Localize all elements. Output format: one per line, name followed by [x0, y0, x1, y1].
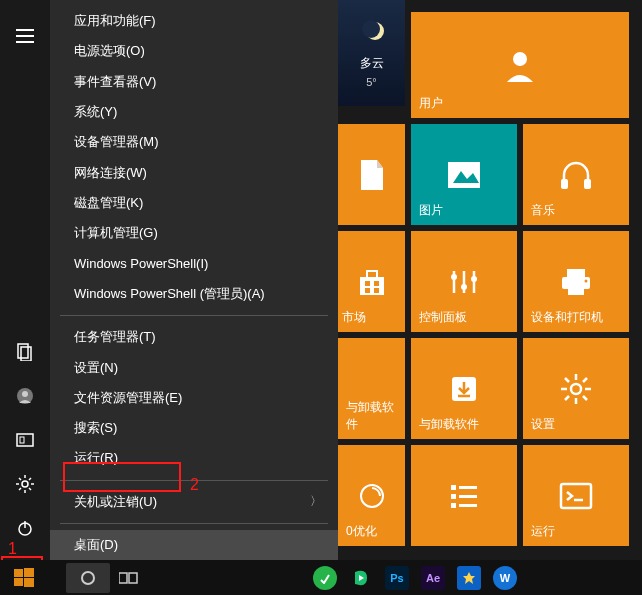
menu-network-connections[interactable]: 网络连接(W) [50, 158, 338, 188]
tile-control-panel[interactable]: 控制面板 [411, 231, 517, 332]
svg-rect-57 [451, 494, 456, 499]
taskbar-app-star[interactable] [452, 563, 486, 593]
svg-point-67 [82, 572, 94, 584]
svg-rect-4 [21, 347, 31, 361]
menu-device-manager[interactable]: 设备管理器(M) [50, 127, 338, 157]
taskbar-app-photoshop[interactable]: Ps [380, 563, 414, 593]
menu-search[interactable]: 搜索(S) [50, 413, 338, 443]
svg-rect-56 [459, 486, 477, 489]
svg-point-22 [513, 52, 527, 66]
svg-line-15 [29, 488, 31, 490]
menu-run[interactable]: 运行(R) [50, 443, 338, 473]
person-icon [501, 12, 539, 118]
svg-rect-69 [129, 573, 137, 583]
start-button[interactable] [4, 560, 44, 595]
svg-rect-30 [374, 281, 379, 286]
svg-line-53 [583, 378, 587, 382]
picture-icon [447, 124, 481, 225]
menu-separator [60, 523, 328, 524]
tile-partial-doc[interactable] [338, 124, 405, 225]
menu-powershell-admin[interactable]: Windows PowerShell (管理员)(A) [50, 279, 338, 309]
menu-separator [60, 315, 328, 316]
svg-point-9 [22, 481, 28, 487]
chevron-right-icon: 〉 [310, 493, 322, 510]
svg-rect-41 [568, 287, 584, 295]
svg-point-42 [585, 279, 588, 282]
start-tiles-area: 多云 5° 用户 图片 音乐 [338, 0, 642, 560]
svg-rect-66 [24, 578, 34, 587]
menu-powershell[interactable]: Windows PowerShell(I) [50, 249, 338, 279]
menu-disk-management[interactable]: 磁盘管理(K) [50, 188, 338, 218]
settings-rail-icon[interactable] [0, 462, 50, 506]
svg-line-17 [29, 478, 31, 480]
menu-system[interactable]: 系统(Y) [50, 97, 338, 127]
start-left-rail [0, 0, 50, 560]
svg-rect-32 [374, 288, 379, 293]
list-icon [449, 445, 479, 546]
menu-apps-features[interactable]: 应用和功能(F) [50, 6, 338, 36]
svg-rect-26 [584, 179, 591, 189]
svg-rect-55 [451, 485, 456, 490]
menu-event-viewer[interactable]: 事件查看器(V) [50, 67, 338, 97]
tile-partial-store[interactable]: 市场 [338, 231, 405, 332]
headphones-icon [558, 124, 594, 225]
svg-point-38 [471, 276, 477, 282]
svg-rect-7 [17, 434, 33, 446]
power-rail-icon[interactable] [0, 506, 50, 550]
svg-marker-71 [463, 572, 475, 584]
tile-run[interactable]: 运行 [523, 445, 629, 546]
menu-shutdown-signout[interactable]: 关机或注销(U)〉 [50, 487, 338, 517]
tile-partial-optimize[interactable]: 0优化 [338, 445, 405, 546]
svg-rect-8 [20, 437, 24, 443]
tile-download[interactable]: 与卸载软件 [411, 338, 517, 439]
taskbar-app-aftereffects[interactable]: Ae [416, 563, 450, 593]
svg-point-6 [22, 391, 28, 397]
taskbar-cortana[interactable] [66, 563, 110, 593]
menu-file-explorer[interactable]: 文件资源管理器(E) [50, 383, 338, 413]
menu-computer-management[interactable]: 计算机管理(G) [50, 218, 338, 248]
menu-desktop[interactable]: 桌面(D) [50, 530, 338, 560]
tile-pictures[interactable]: 图片 [411, 124, 517, 225]
taskbar-taskview[interactable] [112, 563, 146, 593]
document-icon [357, 124, 387, 225]
svg-rect-58 [459, 495, 477, 498]
svg-point-36 [451, 274, 457, 280]
svg-line-50 [565, 378, 569, 382]
menu-task-manager[interactable]: 任务管理器(T) [50, 322, 338, 352]
gear-icon [559, 338, 593, 439]
winx-context-menu: 应用和功能(F) 电源选项(O) 事件查看器(V) 系统(Y) 设备管理器(M)… [50, 0, 338, 560]
svg-line-52 [565, 396, 569, 400]
svg-rect-31 [365, 288, 370, 293]
svg-rect-68 [119, 573, 127, 583]
weather-cond: 多云 [360, 55, 384, 72]
menu-settings[interactable]: 设置(N) [50, 352, 338, 382]
tile-settings[interactable]: 设置 [523, 338, 629, 439]
hamburger-icon[interactable] [0, 14, 50, 58]
svg-line-51 [583, 396, 587, 400]
svg-rect-60 [459, 504, 477, 507]
taskbar-app-video[interactable] [344, 563, 378, 593]
tile-music[interactable]: 音乐 [523, 124, 629, 225]
documents-rail-icon[interactable] [0, 330, 50, 374]
svg-rect-65 [14, 578, 23, 586]
pictures-rail-icon[interactable] [0, 418, 50, 462]
taskbar-app-360[interactable] [308, 563, 342, 593]
menu-power-options[interactable]: 电源选项(O) [50, 36, 338, 66]
tile-partial-mid5[interactable] [411, 445, 517, 546]
taskbar-app-wps[interactable]: W [488, 563, 522, 593]
svg-rect-61 [561, 484, 591, 508]
moon-icon [357, 19, 387, 49]
svg-line-14 [19, 478, 21, 480]
svg-rect-3 [18, 344, 28, 358]
windows-logo-icon [14, 568, 34, 588]
user-rail-icon[interactable] [0, 374, 50, 418]
svg-line-16 [19, 488, 21, 490]
tile-partial-left4[interactable]: 与卸载软件 [338, 338, 405, 439]
weather-temp: 5° [366, 76, 377, 88]
svg-rect-39 [567, 269, 585, 277]
tile-devices-printers[interactable]: 设备和打印机 [523, 231, 629, 332]
tile-weather[interactable]: 多云 5° [338, 0, 405, 106]
svg-point-21 [362, 20, 380, 38]
svg-point-37 [461, 284, 467, 290]
tile-user[interactable]: 用户 [411, 12, 629, 118]
